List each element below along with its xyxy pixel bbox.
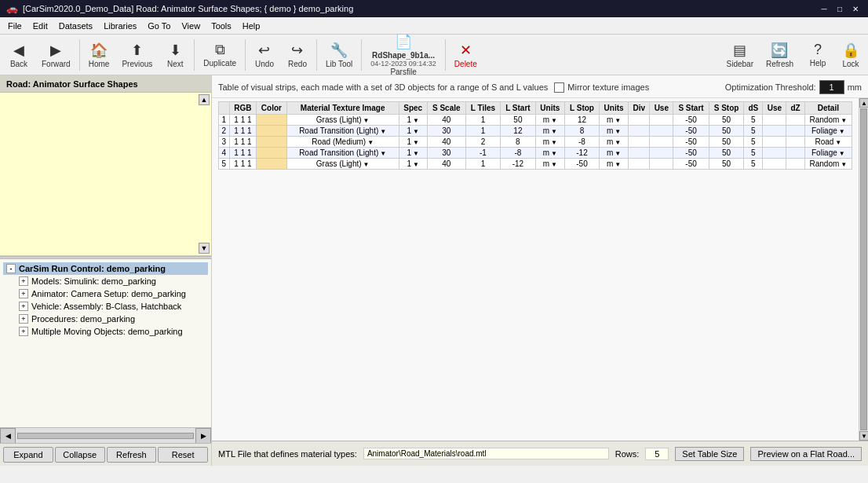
table-cell[interactable]: -50 <box>673 126 709 137</box>
lib-tool-button[interactable]: 🔧 Lib Tool <box>320 37 358 73</box>
tree-expand-vehicle[interactable]: + <box>19 302 28 311</box>
menu-goto[interactable]: Go To <box>143 20 175 32</box>
table-cell[interactable]: Random▼ <box>804 115 852 126</box>
table-cell[interactable]: 50 <box>501 115 536 126</box>
back-button[interactable]: ◀ Back <box>3 37 35 73</box>
table-cell[interactable] <box>786 159 804 170</box>
table-cell[interactable]: m▼ <box>599 148 628 159</box>
table-cell[interactable]: Grass (Light)▼ <box>286 115 399 126</box>
table-cell[interactable]: Grass (Light)▼ <box>286 159 399 170</box>
table-cell[interactable] <box>786 126 804 137</box>
table-cell[interactable]: 30 <box>427 126 465 137</box>
tree-expand-animator[interactable]: + <box>19 289 28 298</box>
table-cell[interactable]: 50 <box>709 137 744 148</box>
set-table-size-button[interactable]: Set Table Size <box>675 447 744 461</box>
table-cell[interactable]: -50 <box>673 137 709 148</box>
table-cell[interactable] <box>650 148 673 159</box>
table-cell[interactable] <box>629 148 650 159</box>
reset-button[interactable]: Reset <box>158 447 208 463</box>
table-cell[interactable]: 1 1 1 <box>229 159 256 170</box>
table-cell[interactable]: Random▼ <box>804 159 852 170</box>
undo-button[interactable]: ↩ Undo <box>249 37 280 73</box>
table-cell[interactable]: 5 <box>744 148 763 159</box>
table-row[interactable]: 31 1 1Road (Medium)▼1▼4028m▼-8m▼-50505Ro… <box>219 137 852 148</box>
table-cell[interactable] <box>257 148 287 159</box>
v-scroll-down-button[interactable]: ▼ <box>859 431 868 441</box>
table-cell[interactable] <box>763 126 786 137</box>
delete-button[interactable]: ✕ Delete <box>449 37 483 73</box>
v-scroll-up-button[interactable]: ▲ <box>859 98 868 108</box>
table-cell[interactable]: -8 <box>501 148 536 159</box>
tree-item-models[interactable]: + Models: Simulink: demo_parking <box>16 275 208 287</box>
table-cell[interactable] <box>257 115 287 126</box>
expand-button[interactable]: Expand <box>3 447 53 463</box>
table-cell[interactable]: 8 <box>565 126 600 137</box>
table-cell[interactable] <box>786 148 804 159</box>
table-cell[interactable]: 2 <box>465 137 500 148</box>
table-cell[interactable]: -1 <box>465 148 500 159</box>
table-cell[interactable]: 40 <box>427 115 465 126</box>
table-cell[interactable]: 40 <box>427 137 465 148</box>
help-button[interactable]: ? Help <box>801 37 835 73</box>
v-scroll-thumb[interactable] <box>860 108 867 430</box>
table-cell[interactable]: 1▼ <box>399 159 427 170</box>
table-row[interactable]: 41 1 1Road Transition (Light)▼1▼30-1-8m▼… <box>219 148 852 159</box>
tree-item-vehicle[interactable]: + Vehicle: Assembly: B-Class, Hatchback <box>16 300 208 313</box>
forward-button[interactable]: ▶ Forward <box>36 37 76 73</box>
table-cell[interactable] <box>650 126 673 137</box>
table-cell[interactable]: 1 1 1 <box>229 148 256 159</box>
scroll-up-button[interactable]: ▲ <box>199 94 210 105</box>
tree-expand-procedures[interactable]: + <box>19 314 28 324</box>
table-cell[interactable]: Road▼ <box>804 137 852 148</box>
table-cell[interactable] <box>786 115 804 126</box>
menu-help[interactable]: Help <box>238 20 265 32</box>
refresh-button[interactable]: 🔄 Refresh <box>760 37 799 73</box>
table-cell[interactable]: 1▼ <box>399 115 427 126</box>
tree-root-item[interactable]: - CarSim Run Control: demo_parking <box>3 262 208 275</box>
table-cell[interactable]: 1 <box>465 115 500 126</box>
table-cell[interactable]: Foliage▼ <box>804 126 852 137</box>
table-cell[interactable] <box>629 137 650 148</box>
table-cell[interactable]: -50 <box>673 159 709 170</box>
table-cell[interactable]: m▼ <box>535 159 564 170</box>
table-cell[interactable]: 50 <box>709 115 744 126</box>
sidebar-button[interactable]: ▤ Sidebar <box>721 37 759 73</box>
scroll-left-button[interactable]: ◀ <box>0 428 16 444</box>
table-cell[interactable]: m▼ <box>599 159 628 170</box>
table-cell[interactable]: m▼ <box>599 115 628 126</box>
table-cell[interactable]: 1 <box>465 126 500 137</box>
table-cell[interactable] <box>763 148 786 159</box>
threshold-input[interactable] <box>819 80 844 94</box>
table-row[interactable]: 11 1 1Grass (Light)▼1▼40150m▼12m▼-50505R… <box>219 115 852 126</box>
table-cell[interactable]: 8 <box>501 137 536 148</box>
table-cell[interactable]: 5 <box>744 137 763 148</box>
table-cell[interactable]: 1 1 1 <box>229 137 256 148</box>
table-cell[interactable] <box>257 137 287 148</box>
table-cell[interactable] <box>257 159 287 170</box>
tree-item-procedures[interactable]: + Procedures: demo_parking <box>16 313 208 325</box>
table-cell[interactable]: 50 <box>709 126 744 137</box>
table-cell[interactable]: 1 <box>465 159 500 170</box>
table-cell[interactable]: -50 <box>673 148 709 159</box>
table-cell[interactable]: 50 <box>709 148 744 159</box>
menu-view[interactable]: View <box>177 20 205 32</box>
table-cell[interactable] <box>629 126 650 137</box>
table-cell[interactable] <box>650 159 673 170</box>
table-cell[interactable]: m▼ <box>535 148 564 159</box>
tree-expand-models[interactable]: + <box>19 276 28 286</box>
table-cell[interactable]: -8 <box>565 137 600 148</box>
menu-file[interactable]: File <box>3 20 27 32</box>
table-cell[interactable]: Foliage▼ <box>804 148 852 159</box>
maximize-button[interactable]: □ <box>833 2 846 15</box>
menu-libraries[interactable]: Libraries <box>99 20 141 32</box>
left-refresh-button[interactable]: Refresh <box>107 447 157 463</box>
lock-button[interactable]: 🔒 Lock <box>837 37 865 73</box>
mirror-checkbox[interactable] <box>554 82 564 93</box>
table-cell[interactable]: m▼ <box>535 126 564 137</box>
previous-button[interactable]: ⬆ Previous <box>116 37 158 73</box>
table-cell[interactable]: 5 <box>744 159 763 170</box>
rows-input[interactable] <box>645 448 669 460</box>
table-cell[interactable]: m▼ <box>535 115 564 126</box>
menu-datasets[interactable]: Datasets <box>54 20 97 32</box>
table-cell[interactable]: 12 <box>501 126 536 137</box>
